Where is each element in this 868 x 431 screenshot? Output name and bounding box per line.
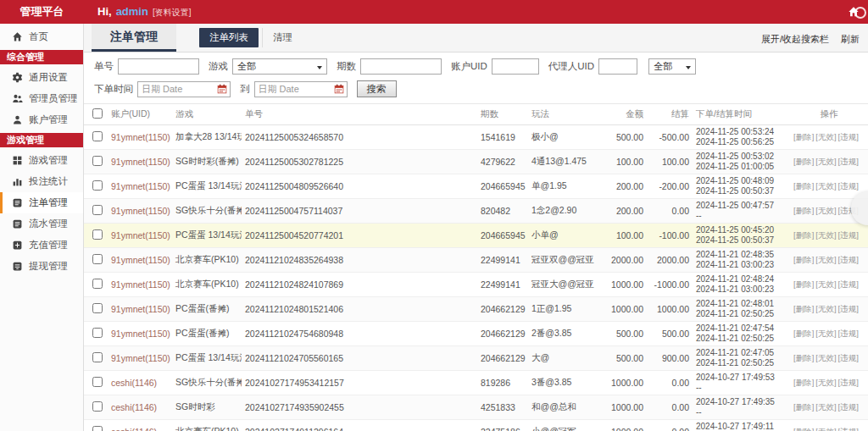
order-no-input[interactable] (118, 58, 199, 75)
sidebar-item-2[interactable]: 通用设置 (0, 67, 83, 88)
calendar-icon[interactable] (334, 84, 344, 94)
search-button[interactable]: 搜索 (357, 80, 397, 97)
period-input[interactable] (360, 58, 442, 75)
violation-action[interactable]: [违规] (838, 132, 859, 141)
invalid-action[interactable]: [无效] (815, 157, 836, 166)
violation-action[interactable]: [违规] (838, 230, 859, 240)
delete-action[interactable]: [删除] (793, 279, 814, 289)
game-cell: SG时时彩 (172, 395, 242, 420)
invalid-action[interactable]: [无效] (815, 402, 836, 412)
play: 极小@ (528, 125, 601, 150)
violation-action[interactable]: [违规] (838, 181, 859, 191)
delete-action[interactable]: [删除] (793, 304, 814, 313)
topbar-icons (848, 0, 860, 24)
invalid-action[interactable]: [无效] (815, 304, 836, 313)
invalid-action[interactable]: [无效] (815, 329, 836, 338)
violation-action[interactable]: [违规] (838, 402, 859, 412)
row-checkbox[interactable] (92, 426, 103, 431)
period-cell: 1541619 (477, 125, 528, 150)
delete-action[interactable]: [删除] (793, 353, 814, 362)
amount-cell: 200.00 (601, 174, 647, 199)
tab-order-list[interactable]: 注单列表 (199, 28, 259, 47)
game-label: 游戏 (209, 60, 228, 73)
refresh-link[interactable]: 刷新 (841, 33, 860, 46)
violation-action[interactable]: [违规] (838, 329, 859, 338)
invalid-action[interactable]: [无效] (815, 279, 836, 289)
row-checkbox[interactable] (92, 352, 103, 362)
row-checkbox[interactable] (92, 229, 103, 240)
invalid-action[interactable]: [无效] (815, 353, 836, 362)
sidebar-item-0[interactable]: 首页 (0, 26, 83, 47)
sidebar-item-7[interactable]: 投注统计 (0, 171, 83, 192)
invalid-action[interactable]: [无效] (815, 230, 836, 240)
violation-action[interactable]: [违规] (838, 304, 859, 313)
settle-cell: 0.00 (647, 420, 693, 431)
calendar-icon[interactable] (217, 84, 227, 94)
sidebar-item-6[interactable]: 游戏管理 (0, 150, 83, 171)
sidebar-item-9[interactable]: 流水管理 (0, 213, 83, 235)
search-filters: 单号 游戏 全部 期数 账户UID 代理人UID 全部 下单时间 (84, 52, 868, 104)
row-checkbox[interactable] (92, 156, 103, 166)
invalid-action[interactable]: [无效] (815, 206, 836, 215)
sidebar-item-11[interactable]: 提现管理 (0, 256, 83, 277)
actions-cell: [删除][无效][违规] (790, 273, 868, 297)
violation-action[interactable]: [违规] (838, 427, 859, 431)
invalid-action[interactable]: [无效] (815, 181, 836, 191)
agent-uid-input[interactable] (598, 58, 637, 75)
delete-action[interactable]: [删除] (793, 427, 814, 431)
delete-action[interactable]: [删除] (793, 181, 814, 191)
violation-action[interactable]: [违规] (838, 255, 859, 264)
delete-action[interactable]: [删除] (793, 402, 814, 412)
column-header-3: 期数 (477, 104, 528, 125)
delete-action[interactable]: [删除] (793, 206, 814, 215)
sidebar-item-8[interactable]: 注单管理 (0, 192, 83, 213)
column-header-8: 操作 (790, 104, 868, 125)
row-checkbox[interactable] (92, 328, 103, 338)
select-all-checkbox[interactable] (92, 108, 103, 119)
invalid-action[interactable]: [无效] (815, 255, 836, 264)
row-checkbox[interactable] (92, 377, 103, 387)
settle-cell: 2000.00 (647, 248, 693, 273)
order-no-cell: 20241125004809526640 (242, 174, 477, 199)
time-cell: 2024-10-27 17:49:11-- (693, 420, 790, 431)
invalid-action[interactable]: [无效] (815, 132, 836, 141)
delete-action[interactable]: [删除] (793, 378, 814, 387)
amount-cell: 1000.00 (601, 297, 647, 322)
play: 大@ (528, 346, 601, 371)
time-cell: 2024-11-21 02:48:242024-11-21 03:00:23 (693, 273, 790, 297)
row-checkbox[interactable] (92, 205, 103, 215)
table-row: 91ymnet(1150)PC蛋蛋 13/14玩法202411210247055… (84, 346, 868, 371)
delete-action[interactable]: [删除] (793, 230, 814, 240)
invalid-action[interactable]: [无效] (815, 378, 836, 387)
delete-action[interactable]: [删除] (793, 329, 814, 338)
account-uid-input[interactable] (492, 58, 539, 75)
sidebar-item-3[interactable]: 管理员管理 (0, 88, 83, 109)
row-checkbox[interactable] (92, 254, 103, 264)
page-title-tab[interactable]: 注单管理 (92, 24, 176, 52)
table-row: 91ymnet(1150)PC蛋蛋(番摊)2024112102475468094… (84, 322, 868, 346)
row-checkbox[interactable] (92, 401, 103, 412)
tab-secondary[interactable]: 清理 (262, 28, 303, 47)
delete-action[interactable]: [删除] (793, 157, 814, 166)
row-checkbox[interactable] (92, 131, 103, 141)
agent-scope-select[interactable]: 全部 (648, 58, 696, 75)
delete-action[interactable]: [删除] (793, 132, 814, 141)
table-row: ceshi(1146)北京赛车(PK10)2024102717491129616… (84, 420, 868, 431)
game-select[interactable]: 全部 (232, 58, 327, 75)
row-checkbox[interactable] (92, 279, 103, 289)
sidebar-item-10[interactable]: 充值管理 (0, 235, 83, 256)
row-checkbox[interactable] (92, 303, 103, 313)
row-checkbox[interactable] (92, 180, 103, 191)
actions-cell: [删除][无效][违规] (790, 224, 868, 248)
violation-action[interactable]: [违规] (838, 378, 859, 387)
sidebar-item-4[interactable]: 账户管理 (0, 109, 83, 130)
violation-action[interactable]: [违规] (838, 157, 859, 166)
sidebar-item-label: 管理员管理 (29, 92, 78, 105)
amount-cell: 100.00 (601, 150, 647, 174)
delete-action[interactable]: [删除] (793, 255, 814, 264)
invalid-action[interactable]: [无效] (815, 427, 836, 431)
violation-action[interactable]: [违规] (838, 279, 859, 289)
toggle-search-bar-link[interactable]: 展开/收起搜索栏 (761, 33, 829, 46)
violation-action[interactable]: [违规] (838, 353, 859, 362)
profile-settings-link[interactable]: [资料设置] (153, 7, 192, 19)
